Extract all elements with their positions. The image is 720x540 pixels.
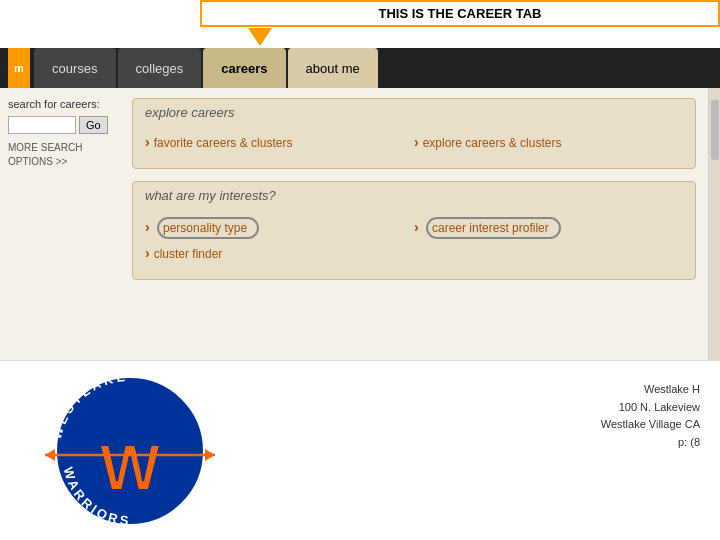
tab-courses[interactable]: courses: [34, 48, 116, 88]
annotation-arrow: [248, 28, 272, 46]
personality-type-link[interactable]: personality type: [145, 217, 414, 239]
nav-home-button[interactable]: m: [8, 48, 30, 88]
career-interest-link[interactable]: career interest profiler: [414, 217, 683, 239]
explore-careers-body: favorite careers & clusters explore care…: [133, 126, 695, 168]
explore-careers-left-col: favorite careers & clusters: [145, 134, 414, 156]
svg-marker-6: [205, 449, 215, 461]
interests-header: what are my interests?: [133, 182, 695, 209]
search-area: Go: [8, 116, 112, 134]
personality-type-circled: personality type: [157, 217, 259, 239]
go-button[interactable]: Go: [79, 116, 108, 134]
address-line3: Westlake Village CA: [601, 416, 700, 434]
favorite-careers-link[interactable]: favorite careers & clusters: [145, 134, 414, 150]
more-options-link[interactable]: MORE SEARCH OPTIONS >>: [8, 142, 82, 167]
navbar: m courses colleges careers about me: [0, 48, 720, 88]
nav-tabs: courses colleges careers about me: [34, 48, 378, 88]
svg-marker-5: [45, 449, 55, 461]
tab-careers[interactable]: careers: [203, 48, 285, 88]
career-interest-circled: career interest profiler: [426, 217, 561, 239]
bottom-area: WESTLAKE WARRIORS W Westlake H 100 N. La…: [0, 360, 720, 540]
westlake-warriors-logo: WESTLAKE WARRIORS W: [25, 373, 235, 528]
svg-text:W: W: [100, 432, 161, 504]
interests-body: personality type cluster finder career i…: [133, 209, 695, 279]
explore-careers-right-col: explore careers & clusters: [414, 134, 683, 156]
interests-box: what are my interests? personality type …: [132, 181, 696, 280]
address-line1: Westlake H: [601, 381, 700, 399]
explore-careers-link[interactable]: explore careers & clusters: [414, 134, 683, 150]
tab-about-me[interactable]: about me: [288, 48, 378, 88]
search-input[interactable]: [8, 116, 76, 134]
scrollbar-thumb[interactable]: [711, 100, 719, 160]
address-line4: p: (8: [601, 434, 700, 452]
interests-left-col: personality type cluster finder: [145, 217, 414, 267]
explore-careers-box: explore careers favorite careers & clust…: [132, 98, 696, 169]
explore-careers-header: explore careers: [133, 99, 695, 126]
career-tab-annotation: THIS IS THE CAREER TAB: [200, 0, 720, 27]
interests-right-col: career interest profiler: [414, 217, 683, 267]
cluster-finder-link[interactable]: cluster finder: [145, 245, 414, 261]
address-block: Westlake H 100 N. Lakeview Westlake Vill…: [601, 371, 700, 451]
logo-area: WESTLAKE WARRIORS W: [20, 371, 240, 531]
tab-colleges[interactable]: colleges: [118, 48, 202, 88]
address-line2: 100 N. Lakeview: [601, 399, 700, 417]
search-label: search for careers:: [8, 98, 112, 110]
